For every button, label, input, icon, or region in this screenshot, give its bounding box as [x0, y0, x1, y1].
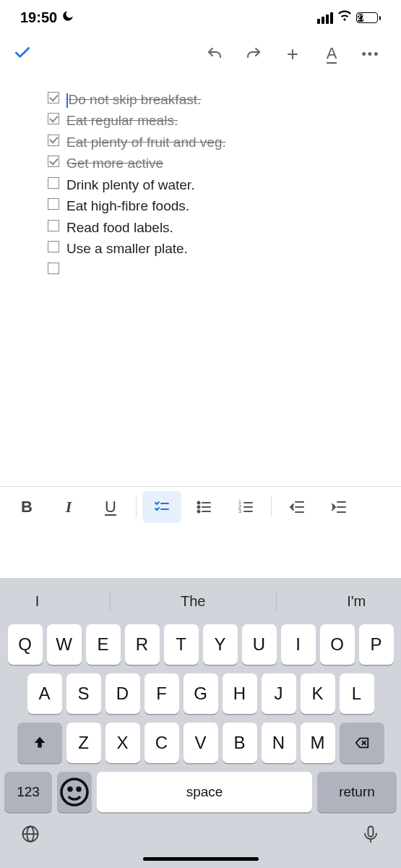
checklist-item[interactable] — [48, 260, 378, 274]
checkbox-icon[interactable] — [48, 198, 59, 210]
key-i[interactable]: I — [281, 624, 316, 665]
shift-key[interactable] — [17, 723, 62, 763]
format-toolbar: B I U 123 — [0, 486, 401, 527]
home-indicator[interactable] — [143, 857, 259, 861]
status-bar: 19:50 27 — [0, 0, 401, 33]
key-g[interactable]: G — [184, 673, 218, 714]
done-button[interactable] — [13, 43, 32, 65]
svg-point-22 — [61, 779, 87, 805]
keyboard: I The I'm Q W E R T Y U I O P A S D F G … — [0, 578, 401, 868]
checklist-item[interactable]: Eat plenty of fruit and veg. — [48, 132, 378, 153]
key-v[interactable]: V — [184, 723, 218, 763]
key-h[interactable]: H — [223, 673, 257, 714]
item-text: Read food labels. — [66, 217, 173, 238]
backspace-key[interactable] — [340, 723, 384, 763]
keyboard-row: 123 space return — [0, 767, 401, 818]
key-e[interactable]: E — [86, 624, 121, 665]
checklist-item[interactable]: Read food labels. — [48, 217, 378, 238]
key-n[interactable]: N — [262, 723, 296, 763]
more-button[interactable]: ••• — [355, 41, 387, 67]
globe-key[interactable] — [20, 824, 40, 847]
key-r[interactable]: R — [125, 624, 160, 665]
checkbox-icon[interactable] — [48, 135, 59, 146]
checklist-item[interactable]: Get more active — [48, 153, 378, 174]
checkbox-icon[interactable] — [48, 220, 59, 231]
emoji-key[interactable] — [57, 772, 92, 812]
suggestion[interactable]: I — [35, 593, 40, 610]
checkbox-icon[interactable] — [48, 241, 59, 252]
cellular-signal-icon — [317, 12, 333, 24]
keyboard-row: Z X C V B N M — [0, 718, 401, 767]
key-z[interactable]: Z — [66, 723, 101, 763]
svg-point-6 — [198, 511, 200, 513]
item-text: Eat regular meals. — [66, 110, 178, 131]
checkbox-icon[interactable] — [48, 92, 59, 103]
battery-icon: 27 — [356, 12, 381, 23]
numbers-key[interactable]: 123 — [4, 772, 52, 812]
dnd-moon-icon — [61, 9, 74, 26]
item-text: Get more active — [66, 153, 163, 174]
checkbox-icon[interactable] — [48, 113, 59, 124]
checkbox-icon[interactable] — [48, 263, 59, 274]
divider — [136, 497, 137, 517]
dictation-key[interactable] — [361, 824, 381, 847]
suggestion-bar: I The I'm — [0, 582, 401, 620]
svg-rect-28 — [368, 827, 374, 837]
bullet-list-button[interactable] — [184, 491, 223, 523]
checklist-button[interactable] — [142, 491, 181, 523]
suggestion[interactable]: The — [181, 593, 205, 610]
number-list-button[interactable]: 123 — [226, 491, 265, 523]
key-p[interactable]: P — [359, 624, 394, 665]
item-text: Drink plenty of water. — [66, 174, 194, 195]
insert-button[interactable]: + — [277, 41, 309, 67]
key-q[interactable]: Q — [8, 624, 43, 665]
key-m[interactable]: M — [301, 723, 335, 763]
bold-button[interactable]: B — [7, 491, 46, 523]
status-time: 19:50 — [20, 9, 57, 26]
key-c[interactable]: C — [145, 723, 179, 763]
key-u[interactable]: U — [242, 624, 277, 665]
key-b[interactable]: B — [223, 723, 257, 763]
divider — [276, 592, 277, 610]
svg-point-2 — [198, 502, 200, 504]
outdent-button[interactable] — [277, 491, 316, 523]
key-x[interactable]: X — [105, 723, 140, 763]
svg-text:3: 3 — [238, 509, 241, 514]
redo-button[interactable] — [238, 41, 270, 67]
indent-button[interactable] — [319, 491, 358, 523]
key-j[interactable]: J — [262, 673, 296, 714]
checklist-item[interactable]: Eat high-fibre foods. — [48, 195, 378, 216]
undo-button[interactable] — [199, 41, 230, 67]
key-s[interactable]: S — [66, 673, 101, 714]
svg-point-24 — [77, 788, 80, 791]
document-body[interactable]: Do not skip breakfast. Eat regular meals… — [0, 76, 401, 274]
key-o[interactable]: O — [320, 624, 355, 665]
key-d[interactable]: D — [105, 673, 140, 714]
italic-button[interactable]: I — [49, 491, 88, 523]
underline-button[interactable]: U — [91, 491, 130, 523]
return-key[interactable]: return — [317, 772, 397, 812]
app-toolbar: + A ••• — [0, 33, 401, 76]
checkbox-icon[interactable] — [48, 156, 59, 167]
text-cursor — [66, 93, 68, 108]
key-w[interactable]: W — [47, 624, 82, 665]
key-f[interactable]: F — [145, 673, 179, 714]
checklist-item[interactable]: Eat regular meals. — [48, 110, 378, 131]
checkbox-icon[interactable] — [48, 177, 59, 189]
key-l[interactable]: L — [340, 673, 374, 714]
checklist-item[interactable]: Do not skip breakfast. — [48, 89, 378, 110]
key-k[interactable]: K — [301, 673, 335, 714]
svg-point-4 — [198, 506, 200, 509]
key-y[interactable]: Y — [203, 624, 238, 665]
key-a[interactable]: A — [27, 673, 62, 714]
space-key[interactable]: space — [97, 772, 312, 812]
divider — [271, 497, 272, 517]
item-text: Do not skip breakfast. — [69, 92, 202, 107]
suggestion[interactable]: I'm — [347, 593, 366, 610]
key-t[interactable]: T — [164, 624, 199, 665]
keyboard-row: Q W E R T Y U I O P — [0, 620, 401, 669]
text-style-button[interactable]: A — [316, 41, 348, 67]
checklist-item[interactable]: Use a smaller plate. — [48, 238, 378, 259]
checklist-item[interactable]: Drink plenty of water. — [48, 174, 378, 195]
item-text: Use a smaller plate. — [66, 238, 188, 259]
